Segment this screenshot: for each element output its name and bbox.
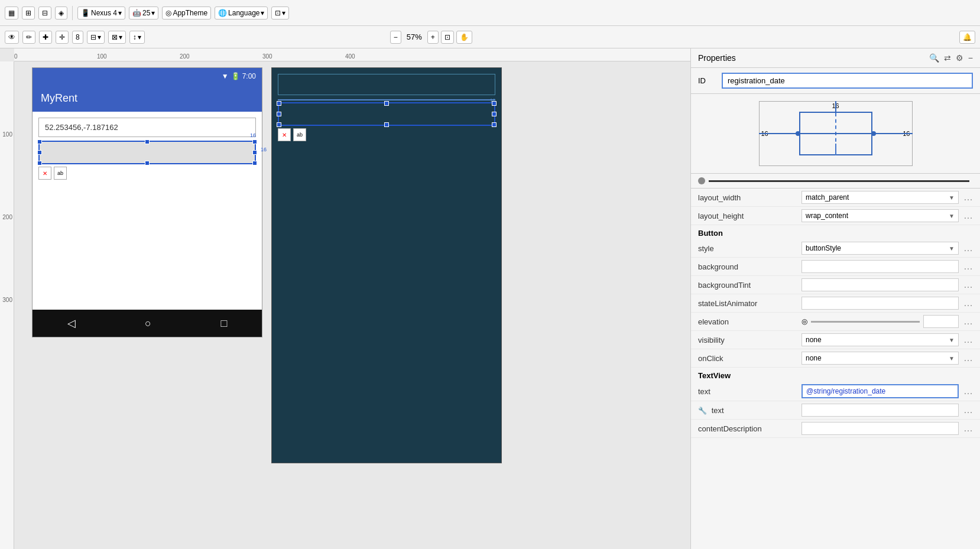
style-dropdown[interactable]: buttonStyle ▼ xyxy=(801,242,959,255)
notification-area: 🔔 xyxy=(959,31,975,44)
align-chevron: ▾ xyxy=(98,33,101,41)
count-button[interactable]: 8 xyxy=(72,31,83,44)
prop-header-icons: 🔍 ⇄ ⚙ − xyxy=(929,53,973,63)
language-button[interactable]: 🌐 Language ▾ xyxy=(215,7,268,20)
elevation-input[interactable] xyxy=(923,315,959,328)
background-tint-input[interactable] xyxy=(801,278,959,291)
dark-handle-bl[interactable] xyxy=(277,122,281,127)
dark-handle-bm[interactable] xyxy=(384,122,389,127)
chevron-down-icon: ▾ xyxy=(118,9,122,17)
recents-button[interactable]: □ xyxy=(220,317,227,330)
handle-bot-right[interactable] xyxy=(252,161,257,165)
settings-icon[interactable]: ⚙ xyxy=(956,53,963,63)
grid-button[interactable]: ⊞ xyxy=(22,7,35,20)
wrench-text-input[interactable] xyxy=(801,404,959,417)
fit-button[interactable]: ⊡ xyxy=(441,31,454,44)
text-label: text xyxy=(698,387,801,396)
handle-bot-mid[interactable] xyxy=(145,161,150,165)
text-input[interactable] xyxy=(801,384,959,398)
notification-icon: 🔔 xyxy=(963,33,972,41)
state-list-input[interactable] xyxy=(801,297,959,310)
home-button[interactable]: ○ xyxy=(145,317,151,330)
layout-height-value: wrap_content ▼ … xyxy=(801,209,973,222)
dark-handle-mr[interactable] xyxy=(492,112,497,116)
layout-height-more[interactable]: … xyxy=(963,210,973,221)
phone-button[interactable] xyxy=(38,141,256,164)
layout-width-dropdown[interactable]: match_parent ▼ xyxy=(801,191,959,204)
eye-button[interactable]: 👁 xyxy=(5,31,19,44)
content-desc-label: contentDescription xyxy=(698,424,801,433)
shape-button[interactable]: ◈ xyxy=(55,7,67,20)
edittext-field[interactable]: 52.253456,-7.187162 xyxy=(38,118,256,137)
handle-top-mid[interactable] xyxy=(145,139,150,144)
elevation-more[interactable]: … xyxy=(963,316,973,327)
dark-handle-ml[interactable] xyxy=(277,112,281,116)
handle-top-left[interactable] xyxy=(37,139,42,144)
id-input[interactable] xyxy=(722,73,973,89)
plus-button[interactable]: ✛ xyxy=(56,31,69,44)
dark-handle-tm[interactable] xyxy=(384,101,389,106)
handle-mid-right[interactable] xyxy=(252,150,257,155)
android-version-button[interactable]: 🤖 25 ▾ xyxy=(129,7,158,20)
dark-handle-tr[interactable] xyxy=(492,101,497,106)
distribute-button[interactable]: ⊠ ▾ xyxy=(108,31,126,44)
edit-button[interactable]: ✏ xyxy=(22,31,35,44)
dark-ab-widget[interactable]: ab xyxy=(293,128,306,141)
minimize-icon[interactable]: − xyxy=(968,53,973,63)
properties-panel: Properties 🔍 ⇄ ⚙ − ID 16 16 16 xyxy=(690,48,980,549)
handle-mid-left[interactable] xyxy=(37,150,42,155)
layout-width-more[interactable]: … xyxy=(963,192,973,203)
layout-variant-icon: ⊡ xyxy=(275,9,281,17)
layout-height-dropdown[interactable]: wrap_content ▼ xyxy=(801,209,959,222)
content-desc-more[interactable]: … xyxy=(963,423,973,434)
slider-track[interactable] xyxy=(709,180,969,182)
theme-button[interactable]: ◎ AppTheme xyxy=(162,7,211,20)
dark-handle-tl[interactable] xyxy=(277,101,281,106)
onclick-more[interactable]: … xyxy=(963,353,973,363)
dark-button[interactable] xyxy=(278,102,495,126)
spacing-chevron: ▾ xyxy=(138,33,141,41)
dark-clear-widget[interactable]: ✕ xyxy=(278,128,291,141)
pan-button[interactable]: ✋ xyxy=(456,31,472,44)
content-desc-input[interactable] xyxy=(801,422,959,435)
eye-icon: 👁 xyxy=(8,33,15,41)
canvas-content: ▼ 🔋 7:00 MyRent 52.253456,-7.187162 xyxy=(14,61,690,549)
background-input[interactable] xyxy=(801,260,959,273)
spacing-icon: ↕ xyxy=(133,33,137,41)
text-more[interactable]: … xyxy=(963,386,973,397)
visibility-dropdown[interactable]: none ▼ xyxy=(801,333,959,346)
back-button[interactable]: ◁ xyxy=(67,317,76,330)
align-icon: ⊟ xyxy=(90,33,96,41)
visibility-more[interactable]: … xyxy=(963,334,973,345)
layout-variant-button[interactable]: ⊡ ▾ xyxy=(271,7,289,20)
spacing-button[interactable]: ↕ ▾ xyxy=(129,31,145,44)
magnet-button[interactable]: ✚ xyxy=(39,31,52,44)
align-button[interactable]: ⊟ ▾ xyxy=(87,31,105,44)
phone-app-toolbar: MyRent xyxy=(33,85,262,112)
ab-widget-button[interactable]: ab xyxy=(54,167,67,180)
zoom-in-button[interactable]: + xyxy=(427,31,439,44)
zoom-out-button[interactable]: − xyxy=(390,31,401,44)
device-button[interactable]: 📱 Nexus 4 ▾ xyxy=(77,7,125,20)
background-more[interactable]: … xyxy=(963,261,973,272)
distribute-chevron: ▾ xyxy=(119,33,122,41)
style-label: style xyxy=(698,244,801,253)
swap-icon[interactable]: ⇄ xyxy=(944,53,951,63)
onclick-dropdown[interactable]: none ▼ xyxy=(801,352,959,365)
handle-top-right[interactable] xyxy=(252,139,257,144)
state-list-more[interactable]: … xyxy=(963,298,973,308)
dark-body: 16 xyxy=(272,68,501,147)
elevation-slider[interactable] xyxy=(811,321,920,323)
grid2-button[interactable]: ⊟ xyxy=(38,7,51,20)
wrench-text-more[interactable]: … xyxy=(963,405,973,415)
background-tint-more[interactable]: … xyxy=(963,280,973,290)
panels-button[interactable]: ▦ xyxy=(5,7,18,20)
dark-handle-br[interactable] xyxy=(492,122,497,127)
phone-preview: ▼ 🔋 7:00 MyRent 52.253456,-7.187162 xyxy=(32,67,262,469)
search-icon[interactable]: 🔍 xyxy=(929,53,939,63)
handle-bot-left[interactable] xyxy=(37,161,42,165)
canvas-area[interactable]: 0 100 200 300 400 100 200 300 ▼ 🔋 7:00 xyxy=(0,48,690,549)
style-more[interactable]: … xyxy=(963,243,973,254)
clear-widget-button[interactable]: ✕ xyxy=(38,167,51,180)
notification-button[interactable]: 🔔 xyxy=(959,31,975,44)
